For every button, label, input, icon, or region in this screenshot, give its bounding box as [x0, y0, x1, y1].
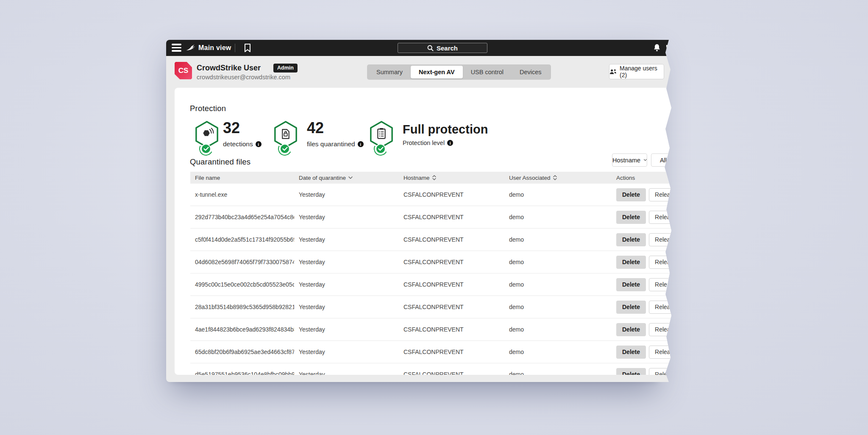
quarantined-files-table: File name Date of quarantine Hostname Us…: [190, 172, 673, 375]
cell-user-associated: demo: [504, 214, 612, 220]
table-row[interactable]: 04d6082e5698f74065f79f733007587428339...…: [190, 251, 673, 273]
cell-actions: Delete Release: [612, 188, 673, 201]
cell-user-associated: demo: [504, 349, 612, 355]
check-circle-icon: [201, 144, 211, 154]
delete-button[interactable]: Delete: [616, 301, 646, 314]
crowdstrike-falcon-icon[interactable]: [186, 43, 196, 53]
bookmark-icon[interactable]: [243, 43, 252, 53]
table-row[interactable]: d5e5197551eb9536c104e8bfbc09bb940e94... …: [190, 363, 673, 375]
release-button[interactable]: Release: [649, 188, 673, 201]
cell-file-name: 4ae1f844823b6bce9ad6293f824834b8cafec...: [190, 326, 294, 333]
hamburger-menu-icon[interactable]: [172, 44, 181, 52]
notifications-bell-icon[interactable]: [652, 43, 662, 53]
cell-file-name: 04d6082e5698f74065f79f733007587428339...: [190, 259, 294, 265]
delete-button[interactable]: Delete: [616, 323, 646, 336]
release-button[interactable]: Release: [649, 278, 673, 291]
check-circle-icon: [376, 144, 386, 154]
cell-hostname: CSFALCONPREVENT: [399, 259, 504, 265]
section-tabs: Summary Next-gen AV USB control Devices: [367, 64, 551, 80]
cell-hostname: CSFALCONPREVENT: [399, 236, 504, 243]
sort-both-icon: [432, 175, 436, 180]
manage-users-button[interactable]: Manage users (2): [609, 64, 664, 79]
search-input[interactable]: Search: [398, 43, 487, 53]
col-user-associated[interactable]: User Associated: [504, 175, 612, 181]
info-icon[interactable]: i: [358, 141, 364, 147]
info-icon[interactable]: i: [256, 141, 262, 147]
cell-date-of-quarantine: Yesterday: [294, 259, 399, 265]
protection-heading: Protection: [190, 104, 226, 113]
release-button[interactable]: Release: [649, 368, 673, 375]
quarantine-table-body: x-tunnel.exe Yesterday CSFALCONPREVENT d…: [190, 184, 673, 375]
delete-button[interactable]: Delete: [616, 256, 646, 269]
quarantined-label: files quarantined i: [307, 140, 364, 148]
cell-date-of-quarantine: Yesterday: [294, 236, 399, 243]
release-button[interactable]: Release: [649, 211, 673, 224]
info-icon[interactable]: i: [447, 140, 453, 146]
tab-summary[interactable]: Summary: [368, 66, 411, 78]
cell-user-associated: demo: [504, 191, 612, 198]
cell-hostname: CSFALCONPREVENT: [399, 349, 504, 355]
delete-button[interactable]: Delete: [616, 278, 646, 291]
cell-actions: Delete Release: [612, 346, 673, 359]
release-button[interactable]: Release: [649, 346, 673, 359]
cell-user-associated: demo: [504, 304, 612, 310]
table-row[interactable]: 28a31bf3514b8989c5365d958b928212d1505...…: [190, 296, 673, 318]
tab-next-gen-av[interactable]: Next-gen AV: [411, 66, 463, 78]
partial-cropped-icon: [666, 43, 676, 53]
delete-button[interactable]: Delete: [616, 368, 646, 375]
avatar: CS: [175, 62, 192, 79]
cell-date-of-quarantine: Yesterday: [294, 304, 399, 310]
top-navigation-bar: Main view Search: [166, 40, 673, 56]
cell-date-of-quarantine: Yesterday: [294, 191, 399, 198]
cell-file-name: 292d773b40bc23a4d65e254a7054c8e9e06e...: [190, 214, 294, 220]
manage-users-label: Manage users (2): [620, 65, 664, 78]
delete-button[interactable]: Delete: [616, 188, 646, 201]
release-button[interactable]: Release: [649, 323, 673, 336]
detections-label: detections i: [223, 140, 262, 148]
table-row[interactable]: 4ae1f844823b6bce9ad6293f824834b8cafec...…: [190, 318, 673, 341]
profile-name: CrowdStrike User: [197, 64, 261, 72]
tab-usb-control[interactable]: USB control: [463, 66, 512, 78]
table-row[interactable]: x-tunnel.exe Yesterday CSFALCONPREVENT d…: [190, 184, 673, 206]
cell-user-associated: demo: [504, 371, 612, 375]
cell-file-name: x-tunnel.exe: [190, 191, 294, 198]
check-circle-icon: [280, 144, 290, 154]
search-placeholder: Search: [437, 45, 458, 52]
search-icon: [427, 45, 434, 51]
main-view-label: Main view: [198, 44, 231, 52]
cell-user-associated: demo: [504, 281, 612, 288]
cell-actions: Delete Release: [612, 323, 673, 336]
col-file-name: File name: [190, 175, 294, 181]
sort-both-icon: [553, 175, 557, 180]
profile-email: crowdstrikeuser@crowdstrike.com: [197, 74, 290, 81]
release-button[interactable]: Release: [649, 256, 673, 269]
cell-hostname: CSFALCONPREVENT: [399, 281, 504, 288]
cell-date-of-quarantine: Yesterday: [294, 371, 399, 375]
table-row[interactable]: 292d773b40bc23a4d65e254a7054c8e9e06e... …: [190, 206, 673, 229]
col-hostname[interactable]: Hostname: [399, 175, 504, 181]
cell-hostname: CSFALCONPREVENT: [399, 326, 504, 333]
col-date-of-quarantine[interactable]: Date of quarantine: [294, 175, 399, 181]
tab-devices[interactable]: Devices: [512, 66, 550, 78]
hostname-filter-dropdown[interactable]: Hostname: [612, 153, 647, 167]
delete-button[interactable]: Delete: [616, 211, 646, 224]
delete-button[interactable]: Delete: [616, 346, 646, 359]
app-window: Main view Search CS CrowdStrike User Adm…: [166, 40, 673, 382]
table-row[interactable]: 4995c00c15e0ce002cb5cd05523e05c8d556... …: [190, 273, 673, 296]
cell-user-associated: demo: [504, 236, 612, 243]
sort-desc-icon: [348, 176, 353, 179]
admin-badge: Admin: [273, 64, 298, 72]
cell-hostname: CSFALCONPREVENT: [399, 371, 504, 375]
topbar-divider: [235, 44, 235, 52]
cell-date-of-quarantine: Yesterday: [294, 214, 399, 220]
cell-hostname: CSFALCONPREVENT: [399, 304, 504, 310]
release-button[interactable]: Release: [649, 301, 673, 314]
table-row[interactable]: c5f0f414d0de2a5f51c17314f92055b69cb0a9..…: [190, 229, 673, 251]
cell-date-of-quarantine: Yesterday: [294, 349, 399, 355]
table-row[interactable]: 65dc8bf20b6f9ab6925ae3ed4663cf8769f2c...…: [190, 341, 673, 363]
delete-button[interactable]: Delete: [616, 233, 646, 246]
all-filter-button[interactable]: All: [651, 153, 673, 167]
release-button[interactable]: Release: [649, 233, 673, 246]
cell-actions: Delete Release: [612, 368, 673, 375]
cell-file-name: d5e5197551eb9536c104e8bfbc09bb940e94...: [190, 371, 294, 375]
